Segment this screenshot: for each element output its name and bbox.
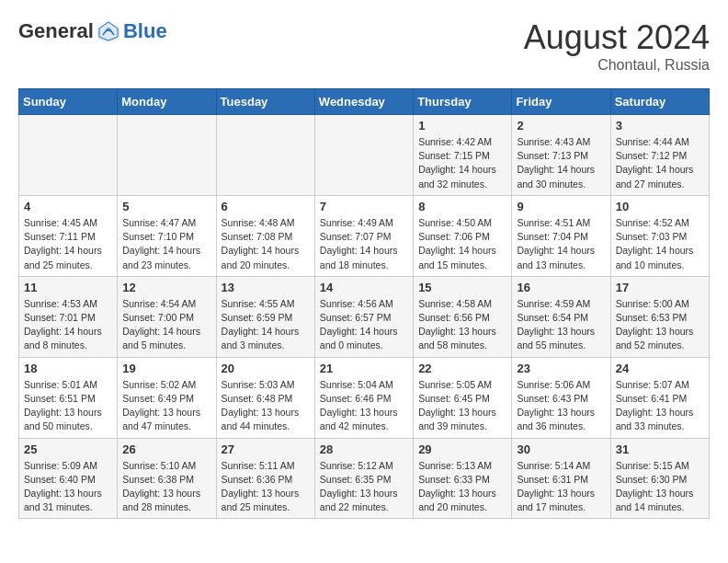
day-content: Sunrise: 5:02 AM Sunset: 6:49 PM Dayligh… [122, 378, 210, 434]
day-content: Sunrise: 4:48 AM Sunset: 7:08 PM Dayligh… [222, 216, 310, 272]
weekday-header-friday: Friday [512, 89, 610, 115]
day-content: Sunrise: 4:50 AM Sunset: 7:06 PM Dayligh… [418, 216, 506, 272]
day-number: 29 [418, 442, 506, 456]
day-content: Sunrise: 5:14 AM Sunset: 6:31 PM Dayligh… [517, 459, 605, 515]
weekday-header-saturday: Saturday [610, 89, 709, 115]
day-number: 12 [122, 281, 210, 294]
calendar-cell: 23Sunrise: 5:06 AM Sunset: 6:43 PM Dayli… [512, 357, 610, 438]
day-content: Sunrise: 4:47 AM Sunset: 7:10 PM Dayligh… [122, 216, 210, 272]
day-number: 24 [616, 362, 704, 375]
calendar-cell: 17Sunrise: 5:00 AM Sunset: 6:53 PM Dayli… [610, 276, 709, 357]
day-number: 6 [222, 200, 310, 213]
calendar-cell: 30Sunrise: 5:14 AM Sunset: 6:31 PM Dayli… [512, 438, 610, 519]
month-year-title: August 2024 [524, 18, 710, 57]
day-content: Sunrise: 4:52 AM Sunset: 7:03 PM Dayligh… [616, 216, 704, 272]
day-number: 20 [222, 362, 310, 375]
calendar-cell: 22Sunrise: 5:05 AM Sunset: 6:45 PM Dayli… [414, 357, 512, 438]
day-content: Sunrise: 4:58 AM Sunset: 6:56 PM Dayligh… [418, 297, 506, 353]
calendar-cell: 19Sunrise: 5:02 AM Sunset: 6:49 PM Dayli… [118, 357, 216, 438]
day-content: Sunrise: 4:55 AM Sunset: 6:59 PM Dayligh… [222, 297, 310, 353]
day-content: Sunrise: 5:04 AM Sunset: 6:46 PM Dayligh… [320, 378, 408, 434]
calendar-week-3: 11Sunrise: 4:53 AM Sunset: 7:01 PM Dayli… [19, 276, 710, 357]
calendar-cell: 20Sunrise: 5:03 AM Sunset: 6:48 PM Dayli… [216, 357, 314, 438]
weekday-header-thursday: Thursday [414, 89, 512, 115]
calendar-cell: 3Sunrise: 4:44 AM Sunset: 7:12 PM Daylig… [610, 115, 709, 196]
calendar-cell: 21Sunrise: 5:04 AM Sunset: 6:46 PM Dayli… [314, 357, 413, 438]
calendar-cell: 25Sunrise: 5:09 AM Sunset: 6:40 PM Dayli… [19, 438, 118, 519]
weekday-header-tuesday: Tuesday [216, 89, 314, 115]
day-number: 1 [418, 119, 506, 132]
calendar-cell: 9Sunrise: 4:51 AM Sunset: 7:04 PM Daylig… [512, 195, 610, 276]
day-content: Sunrise: 5:15 AM Sunset: 6:30 PM Dayligh… [616, 459, 704, 515]
day-number: 27 [222, 442, 310, 456]
calendar-cell [118, 115, 216, 196]
day-content: Sunrise: 5:12 AM Sunset: 6:35 PM Dayligh… [320, 459, 408, 515]
calendar-week-2: 4Sunrise: 4:45 AM Sunset: 7:11 PM Daylig… [19, 195, 710, 276]
calendar-week-4: 18Sunrise: 5:01 AM Sunset: 6:51 PM Dayli… [19, 357, 710, 438]
day-content: Sunrise: 4:43 AM Sunset: 7:13 PM Dayligh… [517, 135, 605, 191]
day-number: 10 [616, 200, 704, 213]
calendar-cell: 6Sunrise: 4:48 AM Sunset: 7:08 PM Daylig… [216, 195, 314, 276]
calendar-cell: 15Sunrise: 4:58 AM Sunset: 6:56 PM Dayli… [414, 276, 512, 357]
title-area: August 2024 Chontaul, Russia [524, 18, 710, 74]
logo-icon [96, 18, 121, 44]
day-content: Sunrise: 4:45 AM Sunset: 7:11 PM Dayligh… [24, 216, 112, 272]
day-number: 28 [320, 442, 408, 456]
day-content: Sunrise: 5:06 AM Sunset: 6:43 PM Dayligh… [517, 378, 605, 434]
day-number: 18 [24, 362, 112, 375]
day-number: 23 [517, 362, 605, 375]
day-content: Sunrise: 4:54 AM Sunset: 7:00 PM Dayligh… [122, 297, 210, 353]
day-number: 31 [616, 442, 704, 456]
weekday-header-sunday: Sunday [19, 89, 118, 115]
day-number: 7 [320, 200, 408, 213]
calendar-cell: 13Sunrise: 4:55 AM Sunset: 6:59 PM Dayli… [216, 276, 314, 357]
calendar-cell [216, 115, 314, 196]
day-content: Sunrise: 5:10 AM Sunset: 6:38 PM Dayligh… [122, 459, 210, 515]
weekday-header-wednesday: Wednesday [314, 89, 413, 115]
day-content: Sunrise: 5:03 AM Sunset: 6:48 PM Dayligh… [222, 378, 310, 434]
day-number: 5 [122, 200, 210, 213]
day-content: Sunrise: 5:09 AM Sunset: 6:40 PM Dayligh… [24, 459, 112, 515]
weekday-header-monday: Monday [118, 89, 216, 115]
day-number: 13 [222, 281, 310, 294]
day-content: Sunrise: 5:11 AM Sunset: 6:36 PM Dayligh… [222, 459, 310, 515]
day-content: Sunrise: 5:00 AM Sunset: 6:53 PM Dayligh… [616, 297, 704, 353]
calendar-week-1: 1Sunrise: 4:42 AM Sunset: 7:15 PM Daylig… [19, 115, 710, 196]
calendar-week-5: 25Sunrise: 5:09 AM Sunset: 6:40 PM Dayli… [19, 438, 710, 519]
calendar-cell: 2Sunrise: 4:43 AM Sunset: 7:13 PM Daylig… [512, 115, 610, 196]
logo: General Blue [18, 18, 167, 44]
day-content: Sunrise: 5:13 AM Sunset: 6:33 PM Dayligh… [418, 459, 506, 515]
calendar-cell: 24Sunrise: 5:07 AM Sunset: 6:41 PM Dayli… [610, 357, 709, 438]
day-content: Sunrise: 5:05 AM Sunset: 6:45 PM Dayligh… [418, 378, 506, 434]
calendar-cell: 4Sunrise: 4:45 AM Sunset: 7:11 PM Daylig… [19, 195, 118, 276]
day-number: 25 [24, 442, 112, 456]
calendar-cell: 31Sunrise: 5:15 AM Sunset: 6:30 PM Dayli… [610, 438, 709, 519]
day-number: 11 [24, 281, 112, 294]
day-content: Sunrise: 4:56 AM Sunset: 6:57 PM Dayligh… [320, 297, 408, 353]
calendar-cell: 1Sunrise: 4:42 AM Sunset: 7:15 PM Daylig… [414, 115, 512, 196]
calendar-cell: 26Sunrise: 5:10 AM Sunset: 6:38 PM Dayli… [118, 438, 216, 519]
day-number: 14 [320, 281, 408, 294]
day-content: Sunrise: 5:07 AM Sunset: 6:41 PM Dayligh… [616, 378, 704, 434]
calendar-cell: 7Sunrise: 4:49 AM Sunset: 7:07 PM Daylig… [314, 195, 413, 276]
calendar-table: SundayMondayTuesdayWednesdayThursdayFrid… [18, 88, 710, 519]
calendar-cell: 10Sunrise: 4:52 AM Sunset: 7:03 PM Dayli… [610, 195, 709, 276]
day-number: 8 [418, 200, 506, 213]
day-number: 16 [517, 281, 605, 294]
day-content: Sunrise: 4:44 AM Sunset: 7:12 PM Dayligh… [616, 135, 704, 191]
calendar-cell: 29Sunrise: 5:13 AM Sunset: 6:33 PM Dayli… [414, 438, 512, 519]
calendar-cell [19, 115, 118, 196]
location-subtitle: Chontaul, Russia [524, 57, 710, 74]
day-number: 17 [616, 281, 704, 294]
calendar-cell: 5Sunrise: 4:47 AM Sunset: 7:10 PM Daylig… [118, 195, 216, 276]
day-number: 30 [517, 442, 605, 456]
day-content: Sunrise: 4:42 AM Sunset: 7:15 PM Dayligh… [418, 135, 506, 191]
day-content: Sunrise: 4:59 AM Sunset: 6:54 PM Dayligh… [517, 297, 605, 353]
calendar-cell: 27Sunrise: 5:11 AM Sunset: 6:36 PM Dayli… [216, 438, 314, 519]
calendar-cell: 16Sunrise: 4:59 AM Sunset: 6:54 PM Dayli… [512, 276, 610, 357]
calendar-cell: 18Sunrise: 5:01 AM Sunset: 6:51 PM Dayli… [19, 357, 118, 438]
day-number: 4 [24, 200, 112, 213]
calendar-cell: 11Sunrise: 4:53 AM Sunset: 7:01 PM Dayli… [19, 276, 118, 357]
day-content: Sunrise: 4:49 AM Sunset: 7:07 PM Dayligh… [320, 216, 408, 272]
day-number: 19 [122, 362, 210, 375]
